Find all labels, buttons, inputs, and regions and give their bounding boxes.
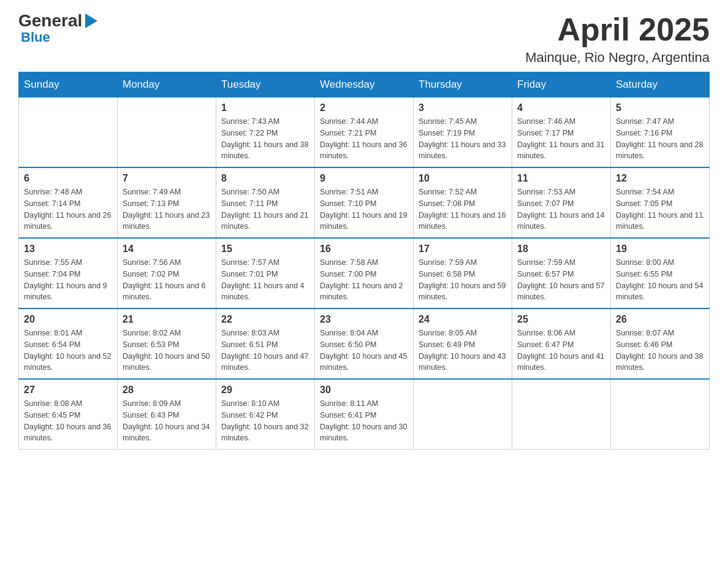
calendar-day-9: 9Sunrise: 7:51 AMSunset: 7:10 PMDaylight…: [315, 167, 414, 238]
day-sun-info: Sunrise: 7:45 AMSunset: 7:19 PMDaylight:…: [419, 116, 507, 162]
calendar-day-26: 26Sunrise: 8:07 AMSunset: 6:46 PMDayligh…: [611, 308, 710, 379]
location-subtitle: Mainque, Rio Negro, Argentina: [525, 50, 710, 66]
calendar-week-row: 20Sunrise: 8:01 AMSunset: 6:54 PMDayligh…: [19, 308, 710, 379]
day-number: 26: [616, 314, 704, 325]
weekday-header-wednesday: Wednesday: [315, 72, 414, 98]
day-number: 21: [123, 314, 211, 325]
weekday-header-row: SundayMondayTuesdayWednesdayThursdayFrid…: [19, 72, 710, 98]
day-number: 25: [517, 314, 605, 325]
calendar-day-21: 21Sunrise: 8:02 AMSunset: 6:53 PMDayligh…: [118, 308, 216, 379]
day-sun-info: Sunrise: 8:00 AMSunset: 6:55 PMDaylight:…: [616, 257, 704, 303]
calendar-day-19: 19Sunrise: 8:00 AMSunset: 6:55 PMDayligh…: [611, 238, 710, 308]
day-number: 17: [419, 243, 507, 255]
day-number: 19: [616, 243, 704, 255]
weekday-header-thursday: Thursday: [414, 72, 512, 98]
day-number: 9: [320, 173, 408, 184]
day-sun-info: Sunrise: 8:08 AMSunset: 6:45 PMDaylight:…: [24, 398, 112, 444]
day-sun-info: Sunrise: 7:43 AMSunset: 7:22 PMDaylight:…: [221, 116, 309, 162]
calendar-day-20: 20Sunrise: 8:01 AMSunset: 6:54 PMDayligh…: [19, 308, 118, 379]
day-sun-info: Sunrise: 7:59 AMSunset: 6:57 PMDaylight:…: [517, 257, 605, 303]
day-sun-info: Sunrise: 7:58 AMSunset: 7:00 PMDaylight:…: [320, 257, 408, 303]
calendar-day-18: 18Sunrise: 7:59 AMSunset: 6:57 PMDayligh…: [512, 238, 611, 308]
day-number: 20: [24, 314, 112, 325]
day-sun-info: Sunrise: 7:55 AMSunset: 7:04 PMDaylight:…: [24, 257, 112, 303]
calendar-day-empty: [118, 98, 216, 168]
day-number: 1: [221, 102, 309, 113]
day-sun-info: Sunrise: 8:07 AMSunset: 6:46 PMDaylight:…: [616, 327, 704, 373]
calendar-day-13: 13Sunrise: 7:55 AMSunset: 7:04 PMDayligh…: [19, 238, 118, 308]
calendar-day-empty: [414, 379, 512, 450]
day-sun-info: Sunrise: 8:03 AMSunset: 6:51 PMDaylight:…: [221, 327, 309, 373]
day-sun-info: Sunrise: 8:06 AMSunset: 6:47 PMDaylight:…: [517, 327, 605, 373]
day-number: 3: [419, 102, 507, 113]
calendar-day-7: 7Sunrise: 7:49 AMSunset: 7:13 PMDaylight…: [118, 167, 216, 238]
calendar-day-14: 14Sunrise: 7:56 AMSunset: 7:02 PMDayligh…: [118, 238, 216, 308]
day-number: 12: [616, 173, 704, 184]
weekday-header-tuesday: Tuesday: [216, 72, 315, 98]
calendar-day-2: 2Sunrise: 7:44 AMSunset: 7:21 PMDaylight…: [315, 98, 414, 168]
day-sun-info: Sunrise: 7:48 AMSunset: 7:14 PMDaylight:…: [24, 186, 112, 232]
day-sun-info: Sunrise: 7:56 AMSunset: 7:02 PMDaylight:…: [123, 257, 211, 303]
weekday-header-sunday: Sunday: [19, 72, 118, 98]
calendar-day-16: 16Sunrise: 7:58 AMSunset: 7:00 PMDayligh…: [315, 238, 414, 308]
day-sun-info: Sunrise: 7:54 AMSunset: 7:05 PMDaylight:…: [616, 186, 704, 232]
calendar-day-8: 8Sunrise: 7:50 AMSunset: 7:11 PMDaylight…: [216, 167, 315, 238]
day-number: 29: [221, 385, 309, 396]
calendar-day-3: 3Sunrise: 7:45 AMSunset: 7:19 PMDaylight…: [414, 98, 512, 168]
day-sun-info: Sunrise: 8:01 AMSunset: 6:54 PMDaylight:…: [24, 327, 112, 373]
day-sun-info: Sunrise: 7:47 AMSunset: 7:16 PMDaylight:…: [616, 116, 704, 162]
day-number: 6: [24, 173, 112, 184]
calendar-day-17: 17Sunrise: 7:59 AMSunset: 6:58 PMDayligh…: [414, 238, 512, 308]
calendar-table: SundayMondayTuesdayWednesdayThursdayFrid…: [18, 72, 710, 450]
day-number: 13: [24, 243, 112, 255]
calendar-day-23: 23Sunrise: 8:04 AMSunset: 6:50 PMDayligh…: [315, 308, 414, 379]
logo-triangle-icon: [85, 13, 97, 28]
weekday-header-monday: Monday: [118, 72, 216, 98]
day-number: 5: [616, 102, 704, 113]
day-sun-info: Sunrise: 7:50 AMSunset: 7:11 PMDaylight:…: [221, 186, 309, 232]
day-sun-info: Sunrise: 7:57 AMSunset: 7:01 PMDaylight:…: [221, 257, 309, 303]
calendar-day-22: 22Sunrise: 8:03 AMSunset: 6:51 PMDayligh…: [216, 308, 315, 379]
day-number: 22: [221, 314, 309, 325]
day-number: 23: [320, 314, 408, 325]
day-number: 15: [221, 243, 309, 255]
day-number: 2: [320, 102, 408, 113]
calendar-day-empty: [611, 379, 710, 450]
day-number: 24: [419, 314, 507, 325]
day-sun-info: Sunrise: 7:44 AMSunset: 7:21 PMDaylight:…: [320, 116, 408, 162]
day-number: 30: [320, 385, 408, 396]
day-sun-info: Sunrise: 8:09 AMSunset: 6:43 PMDaylight:…: [123, 398, 211, 444]
calendar-week-row: 6Sunrise: 7:48 AMSunset: 7:14 PMDaylight…: [19, 167, 710, 238]
calendar-day-empty: [19, 98, 118, 168]
calendar-day-4: 4Sunrise: 7:46 AMSunset: 7:17 PMDaylight…: [512, 98, 611, 168]
logo-general-text: General: [18, 12, 82, 29]
day-sun-info: Sunrise: 7:52 AMSunset: 7:08 PMDaylight:…: [419, 186, 507, 232]
day-sun-info: Sunrise: 7:49 AMSunset: 7:13 PMDaylight:…: [123, 186, 211, 232]
day-sun-info: Sunrise: 7:53 AMSunset: 7:07 PMDaylight:…: [517, 186, 605, 232]
day-number: 11: [517, 173, 605, 184]
day-number: 18: [517, 243, 605, 255]
calendar-day-25: 25Sunrise: 8:06 AMSunset: 6:47 PMDayligh…: [512, 308, 611, 379]
title-section: April 2025 Mainque, Rio Negro, Argentina: [525, 12, 710, 66]
calendar-day-11: 11Sunrise: 7:53 AMSunset: 7:07 PMDayligh…: [512, 167, 611, 238]
logo: General Blue: [18, 12, 100, 45]
weekday-header-saturday: Saturday: [611, 72, 710, 98]
day-number: 8: [221, 173, 309, 184]
calendar-day-24: 24Sunrise: 8:05 AMSunset: 6:49 PMDayligh…: [414, 308, 512, 379]
calendar-day-1: 1Sunrise: 7:43 AMSunset: 7:22 PMDaylight…: [216, 98, 315, 168]
day-number: 28: [123, 385, 211, 396]
day-sun-info: Sunrise: 7:46 AMSunset: 7:17 PMDaylight:…: [517, 116, 605, 162]
calendar-day-30: 30Sunrise: 8:11 AMSunset: 6:41 PMDayligh…: [315, 379, 414, 450]
day-sun-info: Sunrise: 7:59 AMSunset: 6:58 PMDaylight:…: [419, 257, 507, 303]
calendar-day-empty: [512, 379, 611, 450]
day-sun-info: Sunrise: 8:02 AMSunset: 6:53 PMDaylight:…: [123, 327, 211, 373]
page-header: General Blue April 2025 Mainque, Rio Neg…: [18, 12, 710, 66]
day-sun-info: Sunrise: 8:04 AMSunset: 6:50 PMDaylight:…: [320, 327, 408, 373]
day-number: 10: [419, 173, 507, 184]
day-sun-info: Sunrise: 8:11 AMSunset: 6:41 PMDaylight:…: [320, 398, 408, 444]
calendar-day-6: 6Sunrise: 7:48 AMSunset: 7:14 PMDaylight…: [19, 167, 118, 238]
calendar-day-15: 15Sunrise: 7:57 AMSunset: 7:01 PMDayligh…: [216, 238, 315, 308]
day-number: 27: [24, 385, 112, 396]
day-sun-info: Sunrise: 8:10 AMSunset: 6:42 PMDaylight:…: [221, 398, 309, 444]
calendar-week-row: 1Sunrise: 7:43 AMSunset: 7:22 PMDaylight…: [19, 98, 710, 168]
